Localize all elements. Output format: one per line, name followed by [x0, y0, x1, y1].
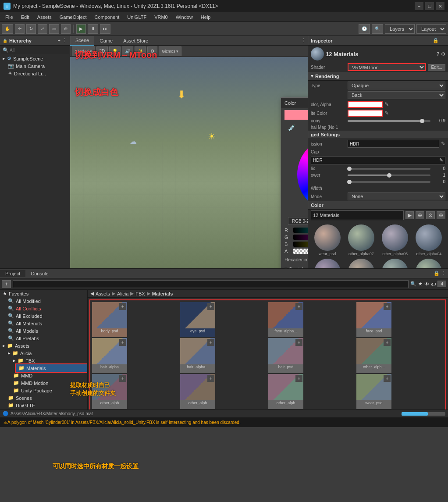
tab-console[interactable]: Console: [25, 270, 53, 277]
mat-item-other-alph4[interactable]: + other_alph: [268, 374, 303, 409]
menu-file[interactable]: File: [2, 14, 17, 21]
maximize-button[interactable]: □: [425, 2, 434, 10]
shader-edit-button[interactable]: Edit...: [428, 64, 445, 71]
mat-item-other-alph3[interactable]: + other_alph: [180, 374, 215, 409]
shader-dropdown[interactable]: VRM/MToon: [348, 63, 426, 71]
tab-asset-store[interactable]: Asset Store: [118, 36, 153, 46]
rotate-tool[interactable]: ↻: [26, 24, 36, 34]
a-slider[interactable]: [293, 249, 308, 254]
mat-sphere-hair-alpha[interactable]: [416, 259, 442, 268]
inspector-settings-icon[interactable]: ⚙: [441, 51, 445, 57]
tab-scene[interactable]: Scene: [70, 36, 94, 46]
search-button[interactable]: 🔍: [372, 24, 383, 34]
mat-options-2[interactable]: ⊙: [426, 211, 435, 219]
mat-add-body-psd[interactable]: +: [119, 303, 126, 310]
g-slider[interactable]: [293, 235, 308, 240]
menu-assets[interactable]: Assets: [34, 14, 55, 21]
breadcrumb-assets[interactable]: Assets: [96, 291, 110, 296]
shade-color-swatch[interactable]: [348, 110, 383, 117]
breadcrumb-materials[interactable]: Materials: [152, 291, 173, 296]
shade-color-edit-icon[interactable]: ✎: [384, 110, 389, 116]
hierarchy-light-item[interactable]: ☀ Directional Li...: [5, 70, 70, 77]
hierarchy-scene-item[interactable]: ▸ ⚙ SampleScene: [0, 55, 70, 62]
all-modified-item[interactable]: 🔍 All Modified: [5, 297, 87, 305]
scale-tool[interactable]: ⤢: [38, 24, 47, 34]
type-dropdown[interactable]: Opaque: [348, 82, 445, 89]
menu-gameobject[interactable]: GameObject: [56, 14, 90, 21]
tab-game[interactable]: Game: [94, 36, 118, 46]
color-alpha-edit-icon[interactable]: ✎: [384, 101, 389, 107]
breadcrumb-arrow[interactable]: ◀: [90, 291, 94, 296]
menu-edit[interactable]: Edit: [18, 14, 33, 21]
inspector-menu-icon[interactable]: ⋮: [441, 38, 445, 43]
mat-add-other-alph3[interactable]: +: [207, 375, 214, 382]
fbx-item[interactable]: ▸ 📁 FBX: [11, 357, 87, 364]
all-models-item[interactable]: 🔍 All Models: [5, 327, 87, 335]
mat-sphere-other-alpha04[interactable]: [416, 224, 442, 251]
mat-sphere-hair-alpha02[interactable]: [382, 259, 408, 268]
mat-add-other-alph2[interactable]: +: [119, 375, 126, 382]
mat-add-other-alph[interactable]: +: [384, 339, 391, 346]
color-alpha-swatch[interactable]: [348, 101, 383, 108]
add-asset-button[interactable]: +: [2, 280, 11, 288]
mat-add-face-alpha[interactable]: +: [295, 303, 302, 310]
mat-options-3[interactable]: ⊚: [437, 211, 445, 219]
project-eye-icon[interactable]: 👁: [424, 281, 429, 287]
assets-root-item[interactable]: ▸ 📁 Assets: [0, 342, 87, 349]
mat-options-1[interactable]: ⊕: [416, 211, 424, 219]
menu-component[interactable]: Component: [91, 14, 123, 21]
mat-item-face-psd[interactable]: + face_psd: [356, 302, 391, 337]
rgb-mode-dropdown[interactable]: RGB 0-255: [288, 217, 308, 225]
hdr-edit-icon[interactable]: ✎: [439, 157, 443, 163]
power-slider[interactable]: [348, 174, 430, 176]
layout-dropdown[interactable]: Layout: [416, 24, 446, 34]
r-slider[interactable]: [293, 228, 308, 233]
hierarchy-add-icon[interactable]: +: [58, 38, 60, 43]
scene-menu-icon[interactable]: ⋮: [301, 38, 306, 43]
move-tool[interactable]: ✛: [15, 24, 25, 34]
breadcrumb-fbx[interactable]: FBX: [135, 291, 145, 296]
mat-item-hair-alpha[interactable]: + hair_alpha: [92, 338, 127, 373]
project-tag-icon[interactable]: 🏷: [431, 281, 436, 287]
project-search-input[interactable]: [13, 280, 409, 288]
mat-add-face-psd[interactable]: +: [384, 303, 391, 310]
mat-sphere-other-alpha02[interactable]: [314, 259, 341, 268]
project-favorites-icon[interactable]: ★: [418, 281, 423, 287]
emission-edit-icon[interactable]: ✎: [441, 141, 445, 147]
mix-slider[interactable]: [348, 168, 430, 170]
all-prefabs-item[interactable]: 🔍 All Prefabs: [5, 335, 87, 342]
mat-item-other-alph[interactable]: + other_alph...: [356, 338, 391, 373]
mat-item-face-alpha[interactable]: + face_alpha...: [268, 302, 303, 337]
hue-ring[interactable]: [297, 137, 308, 212]
hierarchy-camera-item[interactable]: 📷 Main Camera: [5, 62, 70, 70]
hierarchy-search-input[interactable]: [10, 48, 67, 53]
hand-tool[interactable]: ✋: [2, 24, 13, 34]
history-button[interactable]: 🕐: [359, 24, 370, 34]
mode-dropdown[interactable]: None: [348, 192, 445, 200]
project-menu-icon[interactable]: ⋮: [441, 271, 446, 276]
rect-tool[interactable]: ▭: [49, 24, 59, 34]
mat-sphere-other-alpha07[interactable]: [348, 224, 374, 251]
mat-add-hair-alpha2[interactable]: +: [207, 339, 214, 346]
mat-item-hair-alpha2[interactable]: + hair_alpha...: [180, 338, 215, 373]
b-slider[interactable]: [293, 242, 308, 247]
help-icon[interactable]: ?: [437, 51, 439, 57]
toony-slider[interactable]: [348, 120, 430, 122]
color-wheel-wrapper[interactable]: [297, 137, 308, 212]
mat-sphere-other-alpha05[interactable]: [382, 224, 408, 251]
mat-sphere-wear-psd[interactable]: [314, 224, 341, 251]
mat-sphere-hair-psd[interactable]: [348, 259, 374, 268]
hierarchy-menu-icon[interactable]: ⋮: [62, 38, 67, 43]
minimize-button[interactable]: −: [415, 2, 423, 10]
menu-help[interactable]: Help: [197, 14, 214, 21]
mat-item-body-psd[interactable]: + body_psd: [92, 302, 127, 337]
mat-item-eye-psd[interactable]: + eye_psd: [180, 302, 215, 337]
mat-add-other-alph4[interactable]: +: [295, 375, 302, 382]
mat-item-hair-psd[interactable]: + hair_psd: [268, 338, 303, 373]
color-wheel-container[interactable]: [281, 134, 308, 215]
mat-add-hair-alpha[interactable]: +: [119, 339, 126, 346]
mat-add-eye-psd[interactable]: +: [207, 303, 214, 310]
alicia-item[interactable]: ▸ 📁 Alicia: [5, 349, 87, 357]
mmd-item[interactable]: 📁 MMD: [11, 372, 87, 379]
cull-dropdown[interactable]: Back: [348, 91, 445, 99]
